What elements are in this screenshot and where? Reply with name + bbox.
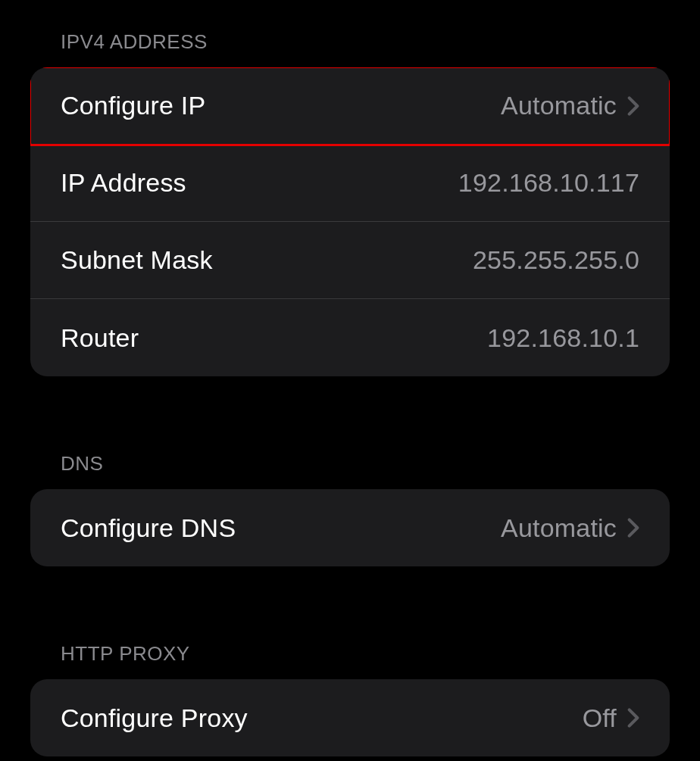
- row-value-subnet-mask: 255.255.255.0: [473, 245, 639, 275]
- row-router: Router 192.168.10.1: [30, 299, 670, 376]
- row-label-configure-ip: Configure IP: [61, 91, 205, 120]
- rows-ipv4: Configure IP Automatic IP Address 192.16…: [30, 67, 670, 376]
- row-value-router: 192.168.10.1: [487, 323, 639, 353]
- chevron-right-icon: [627, 95, 639, 117]
- row-label-subnet-mask: Subnet Mask: [61, 245, 213, 275]
- section-header-proxy: HTTP PROXY: [0, 612, 700, 679]
- row-label-router: Router: [61, 323, 139, 353]
- row-value-configure-proxy: Off: [583, 703, 617, 733]
- section-header-ipv4: IPV4 ADDRESS: [0, 0, 700, 67]
- section-dns: DNS Configure DNS Automatic: [0, 422, 700, 566]
- row-value-wrap-configure-proxy: Off: [583, 703, 639, 733]
- section-proxy: HTTP PROXY Configure Proxy Off: [0, 612, 700, 756]
- row-label-configure-dns: Configure DNS: [61, 513, 236, 543]
- row-configure-dns[interactable]: Configure DNS Automatic: [30, 489, 670, 566]
- rows-dns: Configure DNS Automatic: [30, 489, 670, 566]
- row-configure-proxy[interactable]: Configure Proxy Off: [30, 679, 670, 756]
- row-value-configure-ip: Automatic: [501, 91, 617, 120]
- row-value-ip-address: 192.168.10.117: [458, 168, 639, 198]
- row-value-wrap-configure-dns: Automatic: [501, 513, 639, 543]
- row-subnet-mask: Subnet Mask 255.255.255.0: [30, 222, 670, 299]
- section-header-dns: DNS: [0, 422, 700, 489]
- section-ipv4: IPV4 ADDRESS Configure IP Automatic IP A…: [0, 0, 700, 376]
- rows-proxy: Configure Proxy Off: [30, 679, 670, 756]
- row-ip-address: IP Address 192.168.10.117: [30, 145, 670, 222]
- row-value-configure-dns: Automatic: [501, 513, 617, 543]
- row-label-ip-address: IP Address: [61, 168, 186, 198]
- row-value-wrap-configure-ip: Automatic: [501, 91, 639, 120]
- chevron-right-icon: [627, 517, 639, 538]
- chevron-right-icon: [627, 707, 639, 728]
- row-label-configure-proxy: Configure Proxy: [61, 703, 248, 733]
- row-configure-ip[interactable]: Configure IP Automatic: [30, 67, 670, 145]
